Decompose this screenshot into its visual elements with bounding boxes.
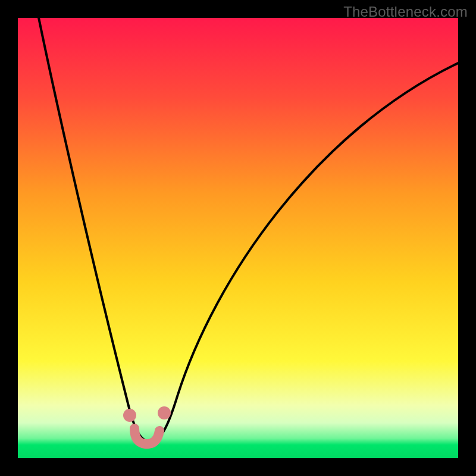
valley-marker <box>134 428 159 444</box>
valley-marker-group <box>134 428 159 444</box>
right-marker <box>158 406 171 419</box>
markers <box>18 18 458 458</box>
left-marker <box>123 409 136 422</box>
plot-area <box>18 18 458 458</box>
chart-frame: TheBottleneck.com <box>0 0 476 476</box>
